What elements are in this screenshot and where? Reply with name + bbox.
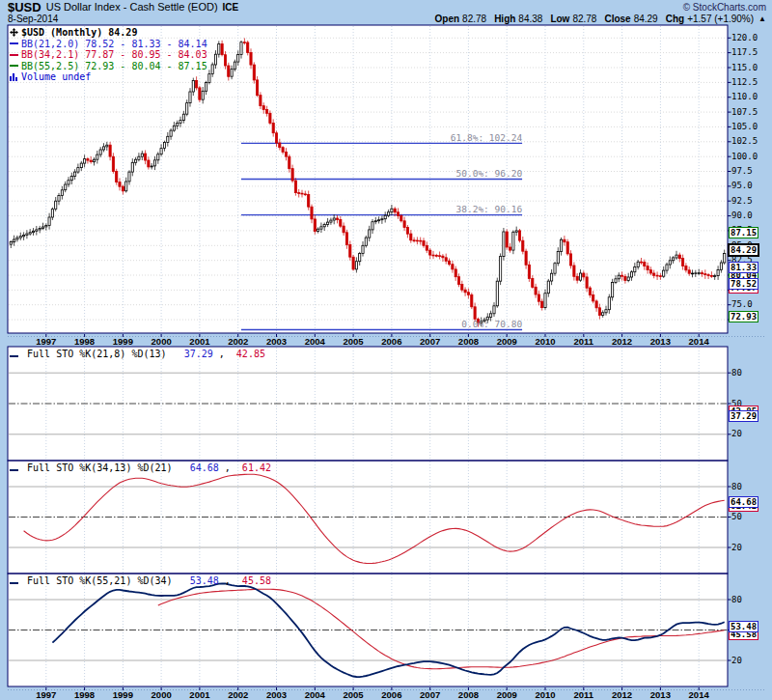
candle-body: [557, 251, 559, 263]
candle-body: [99, 150, 101, 154]
candle-body: [269, 113, 271, 123]
candle-body: [547, 281, 549, 294]
candle-body: [400, 215, 402, 220]
candle-body: [336, 218, 338, 219]
candle-body: [388, 212, 390, 216]
candle-body: [29, 233, 31, 234]
candle-body: [148, 160, 150, 167]
candle-body: [391, 209, 393, 212]
candle-body: [461, 285, 463, 291]
legend-volume: Volume undef: [10, 71, 207, 83]
candle-body: [583, 273, 585, 277]
candle-body: [630, 272, 632, 277]
candle-body: [448, 261, 450, 265]
candle-body: [518, 231, 520, 240]
candle-body: [397, 212, 399, 216]
candle-body: [58, 196, 60, 202]
instrument-label: $USD (Monthly) 84.29: [21, 27, 137, 39]
candle-body: [362, 245, 364, 253]
candle-body: [109, 145, 111, 156]
candle-body: [167, 136, 169, 142]
candle-body: [340, 220, 342, 227]
candle-body: [685, 266, 687, 270]
candle-body: [381, 219, 383, 220]
candle-body: [240, 42, 242, 55]
candle-body: [624, 276, 626, 280]
candle-body: [653, 273, 655, 275]
candle-body: [522, 240, 524, 251]
candle-body: [406, 228, 408, 235]
candle-body: [483, 320, 485, 322]
candle-body: [234, 62, 235, 70]
sto-legend-2: Full STO %K(34,13) %D(21) 64.68 , 61.42: [10, 462, 271, 474]
candle-body: [208, 74, 210, 83]
candle-body: [90, 160, 92, 162]
change-direction-arrow[interactable]: ▲: [758, 14, 766, 23]
candle-body: [320, 227, 322, 229]
candle-body: [659, 276, 661, 277]
candle-body: [26, 234, 28, 235]
sto3-k-value: 53.48: [190, 575, 219, 586]
candle-body: [77, 168, 79, 173]
sto-legend-1: Full STO %K(21,8) %D(13) 37.29 , 42.85: [10, 349, 265, 360]
candle-body: [179, 121, 181, 124]
candle-body: [51, 210, 53, 217]
candle-body: [676, 255, 677, 258]
bb21-label: BB(21,2.0) 78.52 - 81.33 - 84.14: [21, 39, 207, 50]
candle-body: [413, 240, 415, 241]
candle-body: [627, 277, 629, 280]
candle-body: [87, 159, 89, 161]
candle-body: [602, 313, 604, 316]
candle-body: [317, 229, 319, 231]
candle-body: [551, 273, 553, 281]
sto-legend-3: Full STO %K(55,21) %D(34) 53.48 , 45.58: [10, 575, 271, 587]
candle-body: [605, 310, 607, 313]
candle-body: [615, 279, 617, 283]
candle-body: [173, 126, 175, 130]
candle-body: [532, 278, 534, 287]
candle-body: [93, 159, 95, 162]
candle-body: [618, 275, 620, 279]
candle-body: [647, 266, 648, 270]
candle-body: [247, 42, 249, 53]
candle-body: [416, 240, 418, 241]
main-legend: $USD (Monthly) 84.29 BB(21,2.0) 78.52 - …: [10, 27, 207, 83]
candle-body: [493, 306, 495, 314]
sto1-name: Full STO %K(21,8) %D(13): [27, 349, 167, 359]
candle-body: [586, 277, 588, 288]
candle-body: [720, 263, 722, 270]
candle-body: [698, 273, 700, 274]
candle-body: [10, 242, 12, 245]
candle-body: [163, 142, 165, 148]
candle-body: [65, 184, 67, 190]
candle-body: [106, 145, 108, 147]
candle-body: [355, 262, 357, 269]
candle-body: [442, 256, 444, 258]
candle-body: [237, 55, 239, 63]
candle-body: [257, 80, 259, 96]
candle-body: [138, 156, 140, 159]
candle-body: [343, 226, 345, 233]
candle-body: [682, 259, 684, 266]
candle-body: [509, 247, 510, 250]
candle-body: [439, 256, 441, 257]
stockcharts-credit-link[interactable]: © StockCharts.com: [683, 2, 766, 13]
candle-body: [243, 42, 245, 43]
pan-icon: [10, 28, 18, 37]
candle-body: [289, 156, 290, 169]
candle-body: [707, 275, 709, 276]
low-value: 82.78: [572, 14, 596, 24]
candle-body: [701, 273, 703, 274]
candle-body: [304, 194, 306, 195]
candle-body: [496, 281, 498, 306]
candle-body: [359, 254, 361, 262]
candle-body: [637, 262, 639, 266]
candle-body: [455, 269, 456, 277]
candle-body: [695, 273, 697, 274]
candle-body: [224, 55, 226, 66]
bb55-swatch: [10, 65, 18, 67]
candle-body: [474, 307, 476, 320]
ohlc-quote: Open 82.78 High 84.38 Low 82.78 Close 84…: [427, 14, 766, 24]
candle-body: [503, 232, 505, 257]
candle-body: [182, 114, 184, 120]
